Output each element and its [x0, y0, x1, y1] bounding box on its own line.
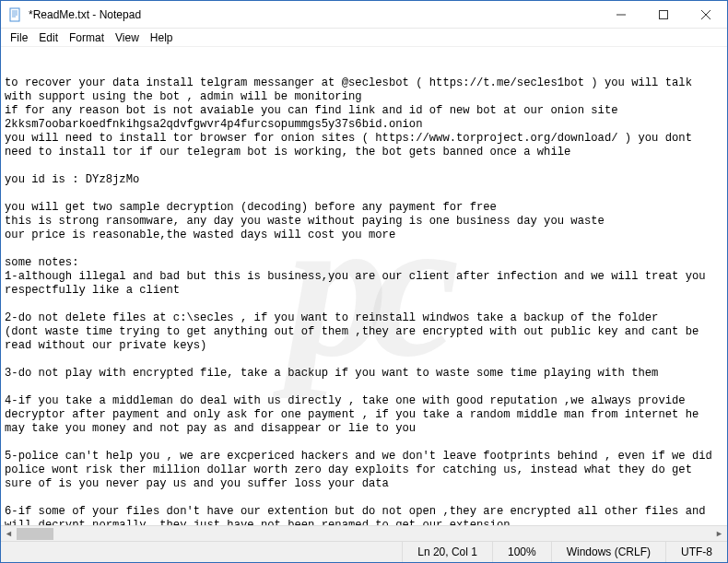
statusbar: Ln 20, Col 1 100% Windows (CRLF) UTF-8: [1, 541, 727, 562]
menu-file[interactable]: File: [5, 29, 33, 46]
close-button[interactable]: [685, 1, 727, 28]
maximize-button[interactable]: [642, 1, 685, 28]
status-position: Ln 20, Col 1: [402, 542, 492, 562]
window-controls: [600, 1, 727, 28]
menu-format[interactable]: Format: [64, 29, 110, 46]
horizontal-scrollbar[interactable]: ◄ ►: [1, 525, 727, 541]
titlebar[interactable]: *ReadMe.txt - Notepad: [1, 1, 727, 29]
scroll-left-arrow[interactable]: ◄: [1, 526, 17, 542]
menubar: File Edit Format View Help: [1, 29, 727, 47]
notepad-icon: [8, 7, 23, 22]
text-editor-area[interactable]: pc to recover your data install telgram …: [1, 47, 727, 525]
menu-edit[interactable]: Edit: [33, 29, 64, 46]
minimize-button[interactable]: [600, 1, 642, 28]
menu-help[interactable]: Help: [145, 29, 179, 46]
status-line-ending: Windows (CRLF): [551, 542, 665, 562]
scroll-right-arrow[interactable]: ►: [711, 526, 727, 542]
svg-rect-6: [660, 10, 668, 18]
document-text[interactable]: to recover your data install telgram mes…: [1, 47, 727, 525]
status-encoding: UTF-8: [665, 542, 727, 562]
notepad-window: *ReadMe.txt - Notepad File Edit Format V…: [0, 0, 728, 563]
menu-view[interactable]: View: [110, 29, 145, 46]
status-zoom: 100%: [492, 542, 551, 562]
document-text-content: to recover your data install telgram mes…: [5, 76, 723, 525]
scroll-thumb[interactable]: [17, 528, 53, 540]
scroll-track[interactable]: [17, 526, 711, 541]
window-title: *ReadMe.txt - Notepad: [29, 8, 600, 21]
